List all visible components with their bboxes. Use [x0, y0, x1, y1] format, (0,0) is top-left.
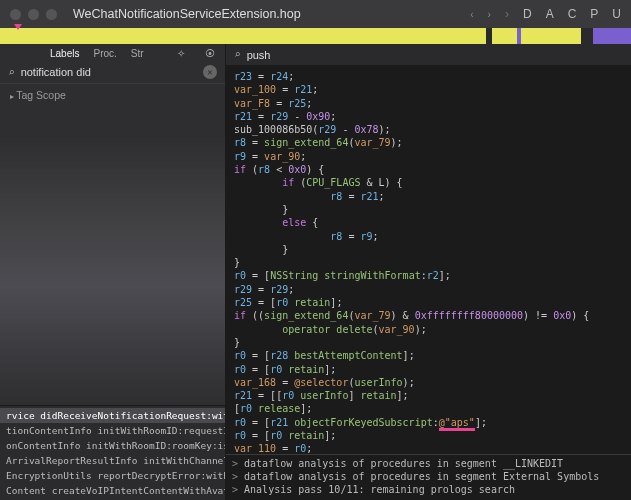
search-result-row[interactable]: Content createVoIPIntentContentWithAvata…	[0, 483, 225, 498]
search-result-row[interactable]: ArrivalReportResultInfo initWithChannel:…	[0, 453, 225, 468]
code-line[interactable]: }	[234, 203, 631, 216]
sidebar: Labels Proc. Str ✧ ⦿ ⌕ ✕ Tag Scope rvice…	[0, 44, 226, 500]
star-icon[interactable]: ✧	[177, 48, 185, 59]
code-line[interactable]: sub_100086b50(r29 - 0x78);	[234, 123, 631, 136]
code-search: ⌕	[226, 44, 631, 66]
main-pane: ⌕ r23 = r24;var_100 = r21;var_F8 = r25;r…	[226, 44, 631, 500]
code-line[interactable]: r0 = [r0 retain];	[234, 363, 631, 376]
search-result-row[interactable]: onContentInfo initWithRoomID:roomKey:isI…	[0, 438, 225, 453]
code-line[interactable]: else {	[234, 216, 631, 229]
options-icon[interactable]: ⦿	[205, 48, 215, 59]
code-line[interactable]: r0 = [r21 objectForKeyedSubscript:@"aps"…	[234, 416, 631, 429]
toolbar-c-button[interactable]: C	[568, 7, 577, 21]
code-line[interactable]: r0 = [r0 retain];	[234, 429, 631, 442]
console-line: dataflow analysis of procedures in segme…	[232, 470, 625, 483]
window-controls[interactable]	[10, 9, 57, 20]
sidebar-search: ⌕ ✕	[0, 61, 225, 84]
minimize-icon[interactable]	[28, 9, 39, 20]
code-line[interactable]: var_100 = r21;	[234, 83, 631, 96]
console-output: dataflow analysis of procedures in segme…	[226, 454, 631, 500]
nav-separator-icon: ›	[505, 7, 509, 21]
tab-labels[interactable]: Labels	[50, 48, 79, 59]
code-line[interactable]: }	[234, 243, 631, 256]
sidebar-search-input[interactable]	[21, 66, 197, 78]
code-line[interactable]: r0 = [r28 bestAttemptContent];	[234, 349, 631, 362]
code-line[interactable]: r9 = var_90;	[234, 150, 631, 163]
sidebar-tabs: Labels Proc. Str ✧ ⦿	[0, 44, 225, 61]
code-line[interactable]: var_F8 = r25;	[234, 97, 631, 110]
code-line[interactable]: if ((sign_extend_64(var_79) & 0xffffffff…	[234, 309, 631, 322]
toolbar-d-button[interactable]: D	[523, 7, 532, 21]
code-line[interactable]: operator delete(var_90);	[234, 323, 631, 336]
search-icon: ⌕	[234, 48, 241, 61]
close-icon[interactable]	[10, 9, 21, 20]
code-line[interactable]: r21 = [[r0 userInfo] retain];	[234, 389, 631, 402]
nav-forward-button[interactable]: ›	[488, 9, 491, 20]
sidebar-empty-area	[0, 106, 225, 405]
code-line[interactable]: var_110 = r0;	[234, 442, 631, 454]
search-result-row[interactable]: EncryptionUtils reportDecryptError:withP…	[0, 468, 225, 483]
clear-search-button[interactable]: ✕	[203, 65, 217, 79]
toolbar-a-button[interactable]: A	[546, 7, 554, 21]
console-line: dataflow analysis of procedures in segme…	[232, 457, 625, 470]
tab-str[interactable]: Str	[131, 48, 144, 59]
code-line[interactable]: r29 = r29;	[234, 283, 631, 296]
toolbar-u-button[interactable]: U	[612, 7, 621, 21]
code-line[interactable]: r0 = [NSString stringWithFormat:r2];	[234, 269, 631, 282]
code-view[interactable]: r23 = r24;var_100 = r21;var_F8 = r25;r21…	[226, 66, 631, 454]
navigation-timeline[interactable]	[0, 28, 631, 44]
toolbar-p-button[interactable]: P	[590, 7, 598, 21]
tab-proc[interactable]: Proc.	[93, 48, 116, 59]
code-line[interactable]: if (CPU_FLAGS & L) {	[234, 176, 631, 189]
tag-scope-toggle[interactable]: Tag Scope	[0, 84, 225, 106]
code-line[interactable]: }	[234, 336, 631, 349]
zoom-icon[interactable]	[46, 9, 57, 20]
code-line[interactable]: r25 = [r0 retain];	[234, 296, 631, 309]
code-line[interactable]: var_168 = @selector(userInfo);	[234, 376, 631, 389]
code-line[interactable]: [r0 release];	[234, 402, 631, 415]
search-result-row[interactable]: rvice didReceiveNotificationRequest:with…	[0, 408, 225, 423]
code-line[interactable]: r8 = sign_extend_64(var_79);	[234, 136, 631, 149]
search-icon: ⌕	[8, 66, 15, 79]
window-title: WeChatNotificationServiceExtension.hop	[73, 7, 462, 21]
code-line[interactable]: if (r8 < 0x0) {	[234, 163, 631, 176]
code-line[interactable]: r21 = r29 - 0x90;	[234, 110, 631, 123]
titlebar: WeChatNotificationServiceExtension.hop ‹…	[0, 0, 631, 28]
code-line[interactable]: r23 = r24;	[234, 70, 631, 83]
code-search-input[interactable]	[247, 49, 623, 61]
code-line[interactable]: r8 = r9;	[234, 230, 631, 243]
code-line[interactable]: r8 = r21;	[234, 190, 631, 203]
code-line[interactable]: }	[234, 256, 631, 269]
search-result-row[interactable]: tionContentInfo initWithRoomID:requestID…	[0, 423, 225, 438]
search-results: rvice didReceiveNotificationRequest:with…	[0, 405, 225, 500]
nav-back-button[interactable]: ‹	[470, 9, 473, 20]
console-line: Analysis pass 10/11: remaining prologs s…	[232, 483, 625, 496]
